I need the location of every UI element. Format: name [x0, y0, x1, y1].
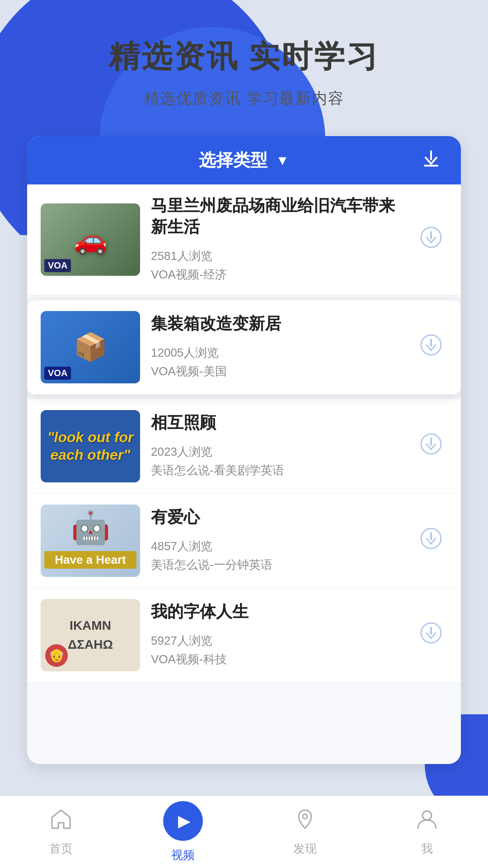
nav-label-home: 首页 [49, 841, 73, 857]
nav-item-discover[interactable]: 发现 [244, 800, 366, 864]
nav-label-me: 我 [421, 841, 433, 857]
download-icon-4 [420, 528, 442, 554]
video-meta-4: 4857人浏览 美语怎么说-一分钟英语 [151, 537, 404, 575]
video-title-2: 集装箱改造变新居 [151, 313, 404, 335]
voa-badge: VOA [44, 259, 71, 272]
nav-item-video[interactable]: 视频 [122, 794, 244, 868]
svg-point-13 [422, 811, 432, 820]
video-title-1: 马里兰州废品场商业给旧汽车带来新生活 [151, 195, 404, 238]
video-info-4: 有爱心 4857人浏览 美语怎么说-一分钟英语 [151, 507, 404, 575]
download-button-3[interactable] [415, 430, 447, 462]
bottom-nav: 首页 视频 发现 我 [0, 796, 488, 868]
svg-rect-1 [430, 150, 432, 160]
svg-rect-5 [430, 339, 432, 347]
video-info-1: 马里兰州废品场商业给旧汽车带来新生活 2581人浏览 VOA视频-经济 [151, 195, 404, 284]
main-card: 选择类型 ▼ VOA 马里兰州废品场商业给旧汽车带来新生活 2581人浏览 [27, 136, 461, 764]
nav-label-discover: 发现 [293, 841, 317, 857]
heart-face-icon: 🤖 [41, 509, 140, 546]
video-info-3: 相互照顾 2023人浏览 美语怎么说-看美剧学英语 [151, 412, 404, 480]
video-meta-3: 2023人浏览 美语怎么说-看美剧学英语 [151, 443, 404, 480]
voa-badge-2: VOA [44, 367, 71, 380]
download-button-1[interactable] [415, 223, 447, 256]
svg-rect-0 [424, 165, 438, 166]
home-icon [49, 807, 73, 836]
video-info-2: 集装箱改造变新居 12005人浏览 VOA视频-美国 [151, 313, 404, 381]
type-selector-bar[interactable]: 选择类型 ▼ [27, 136, 461, 184]
download-button-5[interactable] [415, 619, 447, 651]
nav-play-circle [163, 801, 203, 841]
nav-item-me[interactable]: 我 [366, 800, 488, 864]
video-thumb-car: VOA [41, 203, 140, 276]
person-icon [415, 807, 439, 836]
video-thumb-lookout: "look out for each other" [41, 410, 140, 482]
download-button-2[interactable] [415, 331, 447, 363]
video-item[interactable]: VOA 马里兰州废品场商业给旧汽车带来新生活 2581人浏览 VOA视频-经济 [27, 184, 461, 296]
video-thumb-font: ΙΚΑΜΝΔΣΑΗΩ 👴 [41, 599, 140, 671]
video-thumb-heart: 🤖 Have a Heart [41, 505, 140, 577]
download-icon-5 [420, 622, 442, 648]
video-meta-2: 12005人浏览 VOA视频-美国 [151, 344, 404, 381]
download-icon-2 [420, 334, 442, 360]
video-item-4[interactable]: 🤖 Have a Heart 有爱心 4857人浏览 美语怎么说-一分钟英语 [27, 494, 461, 588]
svg-rect-9 [430, 532, 432, 540]
heart-text: Have a Heart [44, 551, 136, 569]
header-subtitle: 精选优质资讯 学习最新内容 [0, 88, 488, 109]
chevron-down-icon[interactable]: ▼ [276, 153, 289, 168]
video-meta-1: 2581人浏览 VOA视频-经济 [151, 247, 404, 284]
video-item-3[interactable]: "look out for each other" 相互照顾 2023人浏览 美… [27, 399, 461, 494]
video-meta-5: 5927人浏览 VOA视频-科技 [151, 632, 404, 669]
video-title-5: 我的字体人生 [151, 601, 404, 623]
video-list: VOA 马里兰州废品场商业给旧汽车带来新生活 2581人浏览 VOA视频-经济 [27, 184, 461, 764]
header-title: 精选资讯 实时学习 [0, 36, 488, 77]
type-selector-label: 选择类型 [199, 149, 267, 172]
lookout-text: "look out for each other" [46, 429, 135, 463]
video-item-5[interactable]: ΙΚΑΜΝΔΣΑΗΩ 👴 我的字体人生 5927人浏览 VOA视频-科技 [27, 588, 461, 683]
video-item-highlighted[interactable]: VOA 集装箱改造变新居 12005人浏览 VOA视频-美国 [27, 300, 461, 395]
location-icon [293, 807, 317, 836]
download-icon-1 [420, 226, 442, 253]
svg-rect-7 [430, 438, 432, 446]
download-icon-bar[interactable] [421, 148, 441, 172]
video-title-4: 有爱心 [151, 507, 404, 528]
nav-item-home[interactable]: 首页 [0, 800, 122, 864]
svg-point-12 [303, 814, 307, 819]
download-button-4[interactable] [415, 524, 447, 557]
nav-label-video: 视频 [171, 847, 195, 863]
svg-rect-11 [430, 627, 432, 635]
video-thumb-container: VOA [41, 311, 140, 383]
svg-rect-3 [430, 231, 432, 239]
download-icon-3 [420, 433, 442, 459]
video-title-3: 相互照顾 [151, 412, 404, 434]
video-info-5: 我的字体人生 5927人浏览 VOA视频-科技 [151, 601, 404, 669]
header-section: 精选资讯 实时学习 精选优质资讯 学习最新内容 [0, 0, 488, 109]
